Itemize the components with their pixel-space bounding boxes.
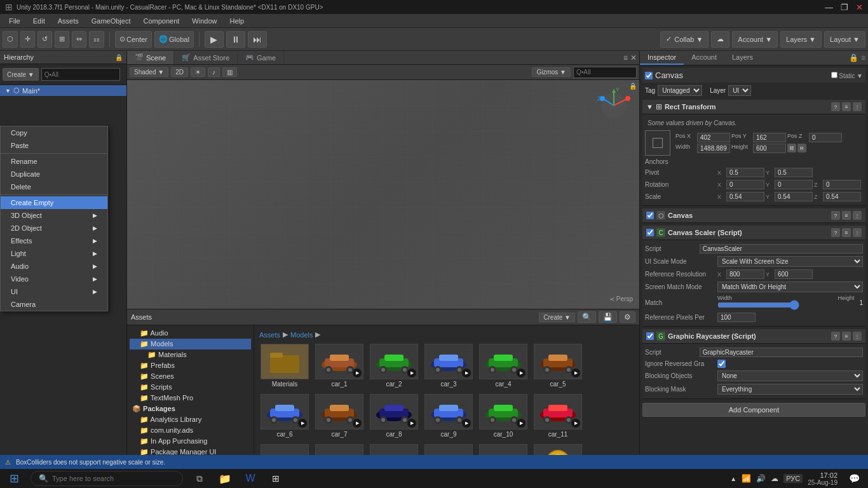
asset-item-car10[interactable]: ▶ car_10: [478, 393, 529, 439]
step-button[interactable]: ⏭: [248, 31, 267, 48]
ctx-effects[interactable]: Effects ▶: [1, 234, 107, 247]
assets-tree-pkgmgr[interactable]: 📁 Package Manager UI: [130, 447, 251, 455]
panel-options-icon[interactable]: ≡: [623, 53, 628, 62]
assets-tree-materials[interactable]: 📁 Materials: [130, 349, 251, 360]
inspector-options-icon[interactable]: ≡: [861, 53, 865, 62]
assets-tree-scripts[interactable]: 📁 Scripts: [130, 382, 251, 393]
ref-pixels-field[interactable]: [717, 313, 756, 322]
raycaster-settings-icon[interactable]: ≡: [842, 332, 851, 341]
assets-tree-ads[interactable]: 📁 com.unity.ads: [130, 425, 251, 436]
canvas-component-header[interactable]: ⬡ Canvas ? ≡ ⋮: [642, 208, 865, 223]
ctx-duplicate[interactable]: Duplicate: [1, 168, 107, 180]
account-button[interactable]: Account ▼: [732, 31, 778, 48]
graphic-raycaster-header[interactable]: G Graphic Raycaster (Script) ? ≡ ⋮: [642, 329, 865, 344]
rect-info-icon[interactable]: ?: [831, 102, 840, 111]
scaler-more-icon[interactable]: ⋮: [853, 228, 862, 237]
inspector-lock-icon[interactable]: 🔒: [849, 53, 858, 62]
maximize-button[interactable]: ❐: [841, 3, 848, 12]
minimize-button[interactable]: —: [825, 3, 833, 12]
ctx-video[interactable]: Video ▶: [1, 273, 107, 285]
raycaster-script-field[interactable]: [700, 348, 863, 357]
tool-hand[interactable]: ⬡: [3, 31, 18, 48]
tab-account[interactable]: Account: [684, 51, 724, 65]
asset-store-tab[interactable]: 🛒 Asset Store: [174, 51, 238, 64]
global-toggle[interactable]: 🌐 Global: [154, 31, 194, 48]
ui-scale-select[interactable]: Scale With Screen Size: [717, 256, 863, 267]
tool-move[interactable]: ✛: [20, 31, 35, 48]
effects-toggle[interactable]: ▥: [222, 67, 237, 77]
menu-assets[interactable]: Assets: [51, 16, 85, 26]
assets-search-icon[interactable]: 🔍: [578, 311, 596, 323]
ctx-3d-object[interactable]: 3D Object ▶: [1, 209, 107, 222]
tool-transform[interactable]: ⚏: [89, 31, 104, 48]
close-button[interactable]: ✕: [856, 3, 863, 12]
breadcrumb-models[interactable]: Models: [290, 331, 313, 339]
asset-item-car8[interactable]: ▶ car_8: [369, 393, 419, 439]
hierarchy-create-button[interactable]: Create ▼: [3, 68, 39, 81]
canvas-more-icon[interactable]: ⋮: [853, 211, 862, 220]
center-toggle[interactable]: ⊙ Center: [115, 31, 152, 48]
assets-tree-textmesh[interactable]: 📁 TextMesh Pro: [130, 393, 251, 403]
screen-match-select[interactable]: Match Width Or Height: [717, 281, 863, 292]
taskbar-search-input[interactable]: [52, 475, 166, 482]
height-field[interactable]: [753, 144, 786, 153]
ctx-light[interactable]: Light ▶: [1, 247, 107, 260]
pos-x-field[interactable]: [697, 133, 730, 142]
assets-tree-iap[interactable]: 📁 In App Purchasing: [130, 436, 251, 447]
layout-button[interactable]: Layout ▼: [824, 31, 865, 48]
systray-up-icon[interactable]: ▲: [730, 475, 736, 482]
layers-button[interactable]: Layers ▼: [780, 31, 822, 48]
tab-layers[interactable]: Layers: [724, 51, 761, 65]
2d-toggle[interactable]: 2D: [171, 67, 188, 77]
clock[interactable]: 17:02 25-Aug-19: [808, 471, 837, 486]
cloud-button[interactable]: ☁: [711, 31, 729, 48]
word-button[interactable]: W: [239, 470, 262, 487]
collab-button[interactable]: ✓ Collab ▼: [660, 31, 709, 48]
scene-search-input[interactable]: [573, 67, 637, 78]
scale-x-field[interactable]: [726, 192, 764, 201]
blocking-mask-select[interactable]: Everything: [717, 384, 863, 395]
assets-settings-icon[interactable]: ⚙: [620, 311, 635, 323]
asset-item-car1[interactable]: ▶ car_1: [314, 342, 365, 389]
asset-item-car11[interactable]: ▶ car_11: [532, 393, 583, 439]
asset-item-car13[interactable]: ▶ car_13: [314, 443, 365, 455]
lighting-toggle[interactable]: ☀: [191, 67, 205, 77]
rect-more-icon[interactable]: ⋮: [853, 102, 862, 111]
asset-item-car15[interactable]: ▶ car_15: [423, 443, 474, 455]
ref-res-y-field[interactable]: [775, 269, 813, 279]
ctx-2d-object[interactable]: 2D Object ▶: [1, 222, 107, 234]
menu-file[interactable]: File: [3, 16, 27, 26]
assets-tree-packages[interactable]: 📦 Packages: [130, 403, 251, 414]
tool-scale[interactable]: ⊞: [55, 31, 69, 48]
rect-reset-icon[interactable]: R: [797, 144, 806, 152]
notifications-button[interactable]: 💬: [843, 470, 865, 487]
asset-item-car6[interactable]: ▶ car_6: [259, 393, 310, 439]
asset-item-car4[interactable]: ▶ car_4: [478, 342, 529, 389]
canvas-component-checkbox[interactable]: [646, 212, 654, 219]
scale-z-field[interactable]: [823, 192, 861, 201]
game-tab[interactable]: 🎮 Game: [238, 51, 284, 64]
start-button[interactable]: ⊞: [3, 470, 25, 487]
scaler-info-icon[interactable]: ?: [831, 228, 840, 237]
task-view-button[interactable]: ⧉: [188, 470, 211, 487]
tool-rect[interactable]: ⇔: [72, 31, 86, 48]
ctx-rename[interactable]: Rename: [1, 155, 107, 168]
assets-save-icon[interactable]: 💾: [599, 311, 617, 323]
constrain-ratio-icon[interactable]: ⛓: [787, 144, 796, 152]
assets-tree-prefabs[interactable]: 📁 Prefabs: [130, 360, 251, 371]
scene-view[interactable]: Y Z ≺ Persp 🔒: [127, 80, 639, 309]
scaler-script-field[interactable]: [700, 244, 863, 254]
title-bar-controls[interactable]: — ❐ ✕: [825, 3, 863, 12]
ctx-audio[interactable]: Audio ▶: [1, 260, 107, 273]
menu-help[interactable]: Help: [223, 16, 250, 26]
gizmos-dropdown[interactable]: Gizmos ▼: [532, 67, 571, 77]
static-checkbox[interactable]: [831, 72, 837, 78]
menu-window[interactable]: Window: [186, 16, 223, 26]
asset-item-car7[interactable]: ▶ car_7: [314, 393, 365, 439]
canvas-info-icon[interactable]: ?: [831, 211, 840, 220]
asset-item-car9[interactable]: ▶ car_9: [423, 393, 474, 439]
menu-gameobject[interactable]: GameObject: [85, 16, 137, 26]
layer-select[interactable]: UI: [728, 85, 751, 96]
assets-tree-analytics[interactable]: 📁 Analytics Library: [130, 414, 251, 425]
assets-tree-models[interactable]: 📁 Models: [130, 339, 251, 349]
